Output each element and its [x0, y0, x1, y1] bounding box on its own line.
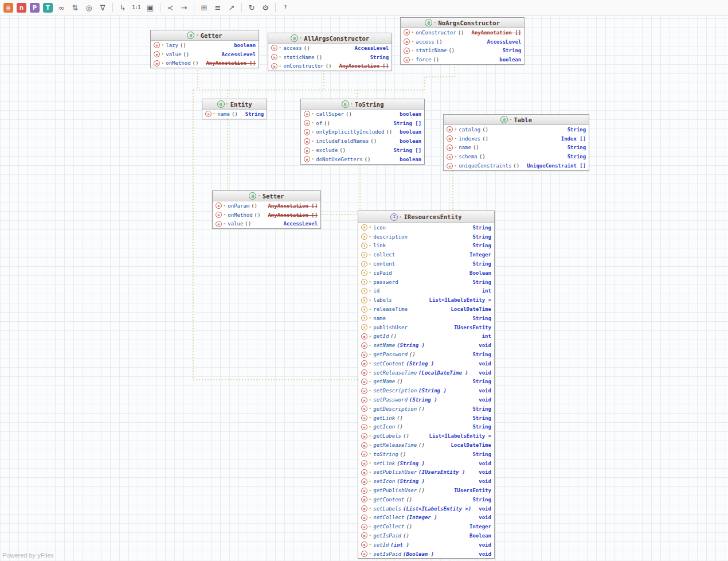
member-row[interactable]: m▸setCollect(Integer )void [358, 513, 494, 523]
member-row[interactable]: m▸exclude()String [] [301, 146, 424, 155]
member-row[interactable]: m▸onConstructor()AnyAnnotation [] [401, 28, 524, 37]
settings-icon[interactable]: ⚙ [259, 1, 272, 14]
member-row[interactable]: f▸publishUserIUsersEntity [358, 323, 494, 332]
member-row[interactable]: m▸setId(int )void [358, 540, 494, 550]
class-node-no-args-constructor[interactable]: @▸NoArgsConstructorm▸onConstructor()AnyA… [400, 17, 525, 65]
member-row[interactable]: m▸getReleaseTime()LocalDateTime [358, 441, 494, 450]
method-icon: m [304, 156, 310, 162]
member-row[interactable]: m▸includeFieldNames()boolean [301, 137, 424, 146]
member-row[interactable]: m▸getName()String [358, 377, 494, 387]
member-row[interactable]: m▸onMethod()AnyAnnotation [] [213, 211, 320, 220]
edge-routing-icon[interactable]: ↳ [116, 1, 129, 14]
member-row[interactable]: m▸onMethod()AnyAnnotation [] [151, 59, 259, 68]
member-row[interactable]: m▸catalog()String [444, 125, 589, 134]
member-type: void [473, 342, 491, 348]
member-row[interactable]: m▸setIsPaid(Boolean )void [358, 550, 494, 559]
class-node-table[interactable]: @▸Tablem▸catalog()Stringm▸indexes()Index… [443, 114, 589, 171]
member-row[interactable]: m▸onConstructor()AnyAnnotation [] [268, 62, 392, 71]
member-row[interactable]: m▸getLink()String [358, 414, 494, 423]
class-node-iresources-entity[interactable]: I▸IResourcesEntityf▸iconStringf▸descript… [358, 211, 495, 559]
actual-size-icon[interactable]: 1:1 [130, 1, 143, 14]
layout-icon[interactable]: ≡ [212, 1, 224, 14]
member-type: AccessLevel [482, 39, 522, 45]
member-row[interactable]: m▸getIsPaid()Boolean [358, 531, 494, 540]
member-row[interactable]: f▸passwordString [358, 278, 494, 287]
visibility-arrow-icon: ▸ [369, 552, 371, 556]
member-row[interactable]: m▸setDescription(String )void [358, 386, 494, 395]
class-node-all-args-constructor[interactable]: @▸AllArgsConstructorm▸access()AccessLeve… [268, 33, 392, 71]
member-row[interactable]: m▸setLabels(List<ILabelsEntity >)void [358, 504, 494, 513]
member-row[interactable]: m▸setPassword(String )void [358, 395, 494, 404]
member-row[interactable]: m▸callSuper()boolean [301, 110, 424, 119]
member-row[interactable]: m▸getDescription()String [358, 404, 494, 414]
member-row[interactable]: m▸access()AccessLevel [268, 44, 392, 53]
member-row[interactable]: m▸staticName()String [401, 46, 524, 56]
member-row[interactable]: m▸setName(String )void [358, 341, 494, 350]
visibility-icon[interactable]: ◎ [83, 1, 95, 14]
member-row[interactable]: m▸name()String [444, 143, 589, 153]
member-row[interactable]: f▸descriptionString [358, 232, 494, 241]
member-row[interactable]: m▸onParam()AnyAnnotation [] [213, 201, 320, 211]
member-row[interactable]: m▸staticName()String [268, 53, 392, 62]
member-row[interactable]: m▸getIcon()String [358, 423, 494, 432]
member-row[interactable]: m▸setLink(String )void [358, 459, 494, 468]
class-node-getter[interactable]: @▸Getterm▸lazy()booleanm▸value()AccessLe… [150, 30, 259, 68]
member-row[interactable]: m▸doNotUseGetters()boolean [301, 155, 424, 164]
app-icon-orange[interactable]: ≣ [3, 3, 13, 13]
member-row[interactable]: f▸collectInteger [358, 250, 494, 259]
sort-order-icon[interactable]: ⇅ [69, 1, 81, 14]
member-row[interactable]: m▸onlyExplicitlyIncluded()boolean [301, 128, 424, 137]
member-name: getReleaseTime [373, 442, 417, 448]
member-row[interactable]: f▸isPaidBoolean [358, 268, 494, 278]
member-row[interactable]: f▸releaseTimeLocalDateTime [358, 305, 494, 314]
member-row[interactable]: m▸schema()String [444, 152, 589, 161]
member-row[interactable]: m▸getContent()String [358, 495, 494, 504]
fit-content-icon[interactable]: ▣ [144, 1, 156, 14]
member-row[interactable]: m▸lazy()boolean [151, 41, 259, 50]
link-icon[interactable]: ∞ [55, 1, 68, 14]
visibility-arrow-icon: ▸ [369, 271, 371, 275]
member-row[interactable]: m▸of()String [] [301, 119, 424, 128]
diagram-canvas[interactable]: @▸Getterm▸lazy()booleanm▸value()AccessLe… [0, 0, 728, 561]
class-node-entity[interactable]: @▸Entitym▸name()String [202, 99, 267, 119]
member-row[interactable]: f▸labelsList<ILabelsEntity > [358, 295, 494, 305]
member-row[interactable]: f▸linkString [358, 241, 494, 251]
member-row[interactable]: m▸value()AccessLevel [151, 50, 259, 59]
member-row[interactable]: m▸setIcon(String )void [358, 477, 494, 486]
class-node-setter[interactable]: @▸Setterm▸onParam()AnyAnnotation []m▸onM… [212, 190, 321, 229]
member-row[interactable]: m▸access()AccessLevel [401, 37, 524, 46]
member-row[interactable]: m▸getLabels()List<ILabelsEntity > [358, 431, 494, 441]
export-icon[interactable]: ↗ [225, 1, 238, 14]
member-row[interactable]: m▸setPublishUser(IUsersEntity )void [358, 468, 494, 477]
grid-icon[interactable]: ⊞ [198, 1, 210, 14]
app-icon-teal[interactable]: T [43, 3, 53, 13]
member-row[interactable]: m▸setContent(String )void [358, 359, 494, 368]
member-row[interactable]: m▸getPassword()String [358, 350, 494, 359]
member-name: includeFieldNames [316, 138, 369, 144]
class-node-to-string[interactable]: @▸ToStringm▸callSuper()booleanm▸of()Stri… [300, 99, 425, 165]
help-icon[interactable]: ? [279, 1, 292, 14]
member-row[interactable]: f▸iconString [358, 223, 494, 232]
member-row[interactable]: m▸uniqueConstraints()UniqueConstraint [] [444, 161, 589, 170]
member-row[interactable]: f▸nameString [358, 314, 494, 323]
member-row[interactable]: m▸indexes()Index [] [444, 134, 589, 143]
member-row[interactable]: m▸getPublishUser()IUsersEntity [358, 486, 494, 495]
member-params: () [370, 138, 377, 144]
member-row[interactable]: m▸value()AccessLevel [213, 220, 320, 229]
member-row[interactable]: m▸getId()int [358, 332, 494, 341]
member-row[interactable]: m▸toString()String [358, 450, 494, 459]
member-row[interactable]: m▸getCollect()Integer [358, 522, 494, 531]
app-icon-purple[interactable]: P [30, 3, 40, 13]
member-row[interactable]: m▸name()String [202, 110, 267, 119]
filter-icon[interactable]: ∇ [96, 1, 109, 14]
app-icon-red[interactable]: n [17, 3, 26, 13]
member-row[interactable]: m▸setReleaseTime(LocalDateTime )void [358, 368, 494, 377]
member-row[interactable]: f▸contentString [358, 259, 494, 268]
refresh-icon[interactable]: ↻ [245, 1, 258, 14]
jump-to-source-icon[interactable]: → [178, 1, 190, 14]
member-name: getLabels [373, 433, 401, 439]
member-row[interactable]: f▸idint [358, 287, 494, 296]
member-name: setContent [373, 361, 404, 367]
show-dependencies-icon[interactable]: ≺ [164, 1, 177, 14]
member-row[interactable]: m▸force()boolean [401, 55, 524, 64]
